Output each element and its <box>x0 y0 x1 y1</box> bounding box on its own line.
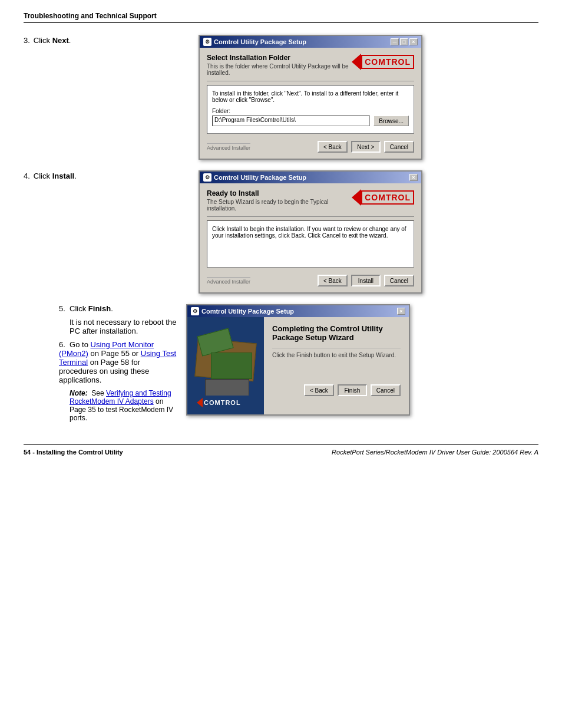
step-4-number: 4. <box>24 172 30 180</box>
app-icon: ⚙ <box>203 38 211 46</box>
footer-right: RocketPort Series/RocketModem IV Driver … <box>332 449 538 456</box>
cancel-button[interactable]: Cancel <box>384 141 414 153</box>
cancel-button-2[interactable]: Cancel <box>384 275 414 286</box>
step-3-label-col: 3. Click Next. <box>24 35 82 45</box>
cancel-button-3[interactable]: Cancel <box>371 384 401 396</box>
back-button[interactable]: < Back <box>318 141 348 153</box>
step-5-finish-dialog: ⚙ Comtrol Utility Package Setup × <box>186 304 410 416</box>
finish-dialog-title: Completing the Comtrol Utility Package S… <box>272 324 401 342</box>
finish-logo-bottom: COMTROL <box>192 396 259 410</box>
step-3-dialog-footer: Advanced Installer < Back Next > Cancel <box>207 139 414 153</box>
page: Troubleshooting and Technical Support 3.… <box>0 0 562 473</box>
finish-divider <box>272 348 401 348</box>
step-3-dialog-header-title: Select Installation Folder <box>207 54 352 62</box>
step-4-text: Click Install. <box>34 172 77 180</box>
step-4-dialog-footer: Advanced Installer < Back Install Cancel <box>207 272 414 286</box>
comtrol-arrow-icon-2 <box>352 189 361 206</box>
step-5-dialog-title: Comtrol Utility Package Setup <box>201 308 294 315</box>
app-icon-2: ⚙ <box>203 173 211 182</box>
back-button-3[interactable]: < Back <box>304 384 334 396</box>
step-5-text-col: 5. Click Finish. It is not necessary to … <box>59 304 177 427</box>
dialog-divider <box>207 81 414 81</box>
step-4-dialog-titlebar: ⚙ Comtrol Utility Package Setup × <box>200 172 421 183</box>
footer-left: 54 - Installing the Comtrol Utility <box>24 449 123 456</box>
comtrol-logo-text-2: COMTROL <box>361 190 414 205</box>
comtrol-logo-finish: COMTROL <box>192 396 259 410</box>
finish-dialog-desc: Click the Finish button to exit the Setu… <box>272 352 401 358</box>
step-4-block: 4. Click Install. ⚙ Comtrol Utility Pack… <box>24 170 538 294</box>
step-3-block: 3. Click Next. ⚙ Comtrol Utility Package… <box>24 35 538 160</box>
header-title: Troubleshooting and Technical Support <box>24 12 157 20</box>
step-4-dialog: ⚙ Comtrol Utility Package Setup × Ready … <box>199 170 422 294</box>
step-4-dialog-header-desc: The Setup Wizard is ready to begin the T… <box>207 199 352 212</box>
step-4-dialog-header-title: Ready to Install <box>207 189 352 197</box>
step-5-block: 5. Click Finish. It is not necessary to … <box>59 304 538 427</box>
step-3-dialog-titlebar: ⚙ Comtrol Utility Package Setup ─ □ × <box>200 36 421 48</box>
advanced-installer-label-2: Advanced Installer <box>207 277 250 285</box>
step-3-dialog-content: To install in this folder, click "Next".… <box>207 85 414 134</box>
step-6-label: 6. Go to Using Port Monitor (PMon2) on P… <box>59 340 177 384</box>
step-5-extra-text: It is not necessary to reboot the PC aft… <box>70 318 177 335</box>
finish-dialog-body: COMTROL Completing the Comtrol Utility P… <box>187 317 409 414</box>
finish-dialog-footer: < Back Finish Cancel <box>272 382 401 396</box>
close-btn[interactable]: × <box>409 38 418 45</box>
install-button[interactable]: Install <box>351 275 381 286</box>
step-3-number: 3. <box>24 36 30 45</box>
close-btn-2[interactable]: × <box>409 174 418 181</box>
back-button-2[interactable]: < Back <box>318 275 348 286</box>
advanced-installer-label: Advanced Installer <box>207 143 250 151</box>
step-4-dialog-content: Click Install to begin the installation.… <box>207 220 414 268</box>
step-4-dialog-col: ⚙ Comtrol Utility Package Setup × Ready … <box>82 170 538 294</box>
comtrol-text-finish: COMTROL <box>204 399 241 406</box>
browse-button[interactable]: Browse... <box>373 116 409 126</box>
step-3-dialog: ⚙ Comtrol Utility Package Setup ─ □ × Se… <box>199 35 422 160</box>
comtrol-arrow-icon <box>352 54 361 70</box>
finish-left-panel: COMTROL <box>187 317 264 414</box>
step-3-dialog-col: ⚙ Comtrol Utility Package Setup ─ □ × Se… <box>82 35 538 160</box>
step-5-dialog-titlebar: ⚙ Comtrol Utility Package Setup × <box>187 305 409 317</box>
step-3-text: Click Next. <box>34 36 71 45</box>
next-button[interactable]: Next > <box>351 141 381 153</box>
note-label: Note: <box>70 389 88 397</box>
comtrol-logo: COMTROL <box>352 54 414 70</box>
minimize-btn[interactable]: ─ <box>391 38 399 45</box>
step-3-dialog-title: Comtrol Utility Package Setup <box>214 38 306 45</box>
step-3-dialog-header-desc: This is the folder where Comtrol Utility… <box>207 63 352 76</box>
step-4-dialog-body: Ready to Install The Setup Wizard is rea… <box>200 183 421 292</box>
app-icon-3: ⚙ <box>191 307 199 315</box>
comtrol-logo-2: COMTROL <box>352 189 414 206</box>
step-5-dialog-col: ⚙ Comtrol Utility Package Setup × <box>186 304 410 427</box>
folder-label: Folder: <box>212 108 409 114</box>
page-footer: 54 - Installing the Comtrol Utility Rock… <box>24 444 538 456</box>
step-4-label-col: 4. Click Install. <box>24 170 82 180</box>
step-4-dialog-title: Comtrol Utility Package Setup <box>214 174 306 181</box>
hw-board2 <box>211 353 252 379</box>
comtrol-arrow-finish-icon <box>197 398 203 407</box>
comtrol-logo-text: COMTROL <box>361 55 414 69</box>
step-5-label: 5. Click Finish. <box>59 304 177 313</box>
finish-button[interactable]: Finish <box>338 384 367 396</box>
note-block: Note: See Verifying and Testing RocketMo… <box>70 389 177 422</box>
close-btn-3[interactable]: × <box>397 308 405 315</box>
step-3-dialog-body: Select Installation Folder This is the f… <box>200 48 421 159</box>
dialog-divider-2 <box>207 216 414 217</box>
folder-input[interactable]: D:\Program Files\Comtrol\Utils\ <box>212 116 370 126</box>
finish-right-panel: Completing the Comtrol Utility Package S… <box>264 317 409 414</box>
page-header: Troubleshooting and Technical Support <box>24 12 538 23</box>
maximize-btn[interactable]: □ <box>400 38 408 45</box>
